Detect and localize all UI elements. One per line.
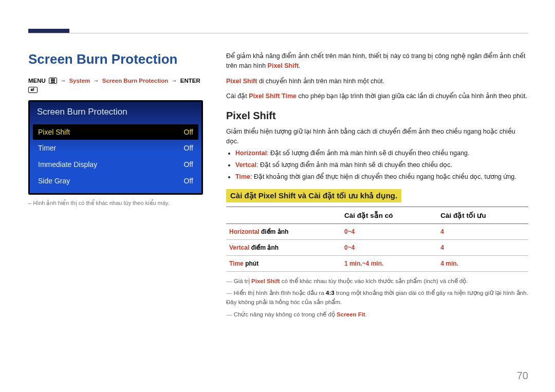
text: Hiển thị hình ảnh tĩnh hoặc đầu ra — [234, 290, 326, 296]
enter-icon — [28, 87, 38, 93]
text: di chuyển hình ảnh trên màn hình một chú… — [257, 78, 384, 85]
bullet-vertical: Vertcal: Đặt số lượng điểm ảnh mà màn hì… — [235, 160, 528, 170]
breadcrumb: MENU → System → Screen Burn Protection →… — [28, 78, 206, 93]
osd-row-value: Off — [184, 144, 193, 152]
osd-row-side-gray[interactable]: Side Gray Off — [30, 173, 201, 189]
th-available: Cài đặt sẵn có — [341, 207, 437, 223]
th-empty — [226, 207, 341, 223]
page-body: Screen Burn Protection MENU → System → S… — [28, 51, 528, 377]
note-1: Giá trị Pixel Shift có thể khác nhau tùy… — [226, 277, 528, 286]
bullet-text: : Đặt số lượng điểm ảnh mà màn hình sẽ d… — [256, 161, 452, 169]
keyword-pixel-shift: Pixel Shift — [226, 78, 257, 85]
row-label: Time — [229, 260, 244, 267]
text: Chức năng này không có trong chế độ — [234, 311, 337, 318]
text: Cài đặt — [226, 92, 249, 100]
osd-row-immediate-display[interactable]: Immediate Display Off — [30, 156, 201, 173]
row-available: 1 min.~4 min. — [341, 255, 437, 271]
osd-row-label: Timer — [38, 144, 56, 152]
arrow-icon: → — [171, 78, 177, 84]
table-row: Vertcal điểm ảnh 0~4 4 — [226, 239, 528, 255]
th-optimal: Cài đặt tối ưu — [437, 207, 528, 223]
text: . — [365, 311, 367, 318]
breadcrumb-sbp: Screen Burn Protection — [102, 78, 168, 84]
osd-row-value: Off — [184, 128, 193, 136]
osd-row-pixel-shift[interactable]: Pixel Shift Off — [33, 124, 198, 140]
highlight-heading: Cài đặt Pixel Shift và Cài đặt tối ưu kh… — [226, 189, 401, 202]
row-unit: điểm ảnh — [261, 228, 288, 235]
row-label: Horizontal — [229, 228, 260, 235]
bullet-list: Horizontal: Đặt số lượng điểm ảnh mà màn… — [235, 148, 528, 181]
arrow-icon: → — [60, 78, 66, 84]
intro-p3: Cài đặt Pixel Shift Time cho phép bạn lậ… — [226, 91, 528, 101]
row-label: Vertcal — [229, 244, 249, 251]
menu-icon — [49, 78, 57, 84]
osd-caption: Hình ảnh hiển thị có thể khác nhau tùy t… — [28, 200, 206, 207]
breadcrumb-enter-label: ENTER — [180, 78, 200, 84]
row-optimal: 4 — [437, 223, 528, 239]
keyword-pixel-shift: Pixel Shift — [268, 62, 299, 69]
bullet-label: Time — [235, 173, 250, 180]
page-number: 70 — [517, 370, 528, 382]
text: có thể khác nhau tùy thuộc vào kích thướ… — [280, 278, 468, 284]
row-optimal: 4 min. — [437, 255, 528, 271]
note-3: Chức năng này không có trong chế độ Scre… — [226, 310, 528, 320]
settings-table: Cài đặt sẵn có Cài đặt tối ưu Horizontal… — [226, 207, 528, 272]
table-row: Time phút 1 min.~4 min. 4 min. — [226, 255, 528, 271]
header-accent-block — [28, 29, 69, 33]
bullet-horizontal: Horizontal: Đặt số lượng điểm ảnh mà màn… — [235, 148, 528, 158]
note-2: Hiển thị hình ảnh tĩnh hoặc đầu ra 4:3 t… — [226, 289, 528, 307]
aspect-ratio: 4:3 — [326, 290, 335, 296]
row-available: 0~4 — [341, 223, 437, 239]
keyword-pixel-shift: Pixel Shift — [251, 278, 280, 284]
subsection-title: Pixel Shift — [226, 110, 528, 122]
bullet-text: : Đặt khoảng thời gian để thực hiện di c… — [250, 173, 516, 180]
osd-row-label: Immediate Display — [38, 160, 97, 169]
keyword-screen-fit: Screen Fit — [337, 311, 365, 318]
footnotes: Giá trị Pixel Shift có thể khác nhau tùy… — [226, 277, 528, 320]
sub-intro: Giảm thiểu hiện tượng giữ lại hình ảnh b… — [226, 127, 528, 147]
row-unit: phút — [245, 260, 258, 267]
osd-row-label: Pixel Shift — [38, 128, 70, 136]
osd-row-value: Off — [184, 160, 193, 169]
breadcrumb-menu-label: MENU — [28, 78, 46, 84]
table-row: Horizontal điểm ảnh 0~4 4 — [226, 223, 528, 239]
left-column: Screen Burn Protection MENU → System → S… — [28, 51, 206, 323]
text: . — [299, 62, 300, 69]
osd-title: Screen Burn Protection — [30, 102, 201, 122]
row-optimal: 4 — [437, 239, 528, 255]
header-rule — [28, 33, 528, 33]
osd-row-timer[interactable]: Timer Off — [30, 140, 201, 156]
arrow-icon: → — [93, 78, 99, 84]
section-title: Screen Burn Protection — [28, 51, 206, 67]
intro-p2: Pixel Shift di chuyển hình ảnh trên màn … — [226, 77, 528, 86]
text: cho phép bạn lập trình thời gian giữa cá… — [297, 92, 527, 100]
osd-panel: Screen Burn Protection Pixel Shift Off T… — [28, 100, 203, 195]
osd-row-label: Side Gray — [38, 177, 70, 185]
intro-p1: Để giảm khả năng điểm ảnh chết trên màn … — [226, 51, 528, 71]
osd-row-value: Off — [184, 177, 193, 185]
bullet-time: Time: Đặt khoảng thời gian để thực hiện … — [235, 172, 528, 182]
row-available: 0~4 — [341, 239, 437, 255]
bullet-label: Vertcal — [235, 161, 256, 169]
right-column: Để giảm khả năng điểm ảnh chết trên màn … — [226, 51, 528, 323]
bullet-text: : Đặt số lượng điểm ảnh mà màn hình sẽ d… — [267, 150, 469, 157]
bullet-label: Horizontal — [235, 150, 267, 157]
keyword-pixel-shift-time: Pixel Shift Time — [249, 92, 297, 100]
text: Giá trị — [234, 278, 251, 284]
breadcrumb-system: System — [69, 78, 90, 84]
row-unit: điểm ảnh — [251, 244, 279, 251]
